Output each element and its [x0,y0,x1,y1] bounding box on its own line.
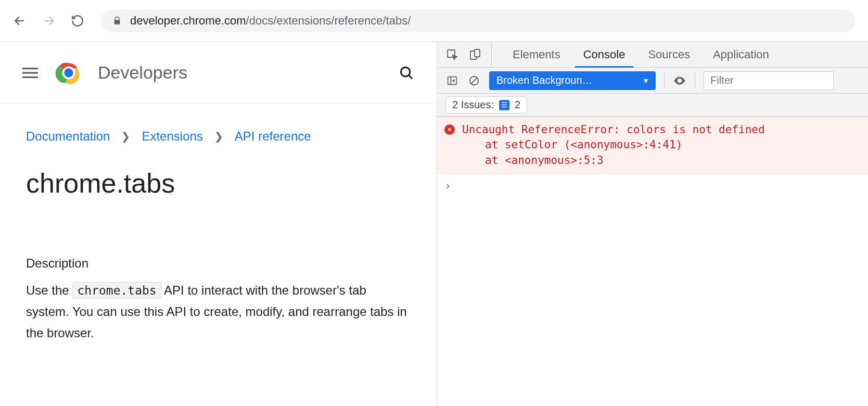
tab-application[interactable]: Application [701,42,781,67]
svg-point-4 [65,68,73,77]
tab-elements[interactable]: Elements [501,42,572,67]
clear-console-icon[interactable] [467,74,481,87]
site-title: Developers [98,62,187,83]
svg-rect-9 [475,49,480,57]
description-heading: Description [26,256,411,271]
eye-icon[interactable] [673,74,686,87]
chevron-right-icon: ❯ [121,130,130,143]
issues-label: 2 Issues: [452,99,494,111]
search-button[interactable] [397,64,416,82]
chevron-right-icon: ❯ [214,130,223,143]
devtools-panel: Elements Console Sources Application Bro… [437,42,868,406]
issues-pill[interactable]: 2 Issues: ☰ 2 [445,96,527,113]
issues-count: 2 [515,99,520,111]
inspect-element-icon[interactable] [445,48,459,61]
svg-rect-1 [22,72,38,73]
page-title: chrome.tabs [26,168,411,199]
svg-rect-0 [22,68,38,69]
console-toolbar: Broken Backgroun… ▼ [437,68,868,94]
lock-icon [112,16,122,26]
address-bar[interactable]: developer.chrome.com/docs/extensions/ref… [101,9,856,32]
device-toolbar-icon[interactable] [468,48,482,61]
error-line: at setColor (<anonymous>:4:41) [462,137,765,153]
svg-point-6 [401,67,410,77]
url-host: developer.chrome.com [130,14,246,27]
error-text: Uncaught ReferenceError: colors is not d… [462,122,765,168]
console-error-row[interactable]: ✕ Uncaught ReferenceError: colors is not… [437,117,868,174]
tab-sources[interactable]: Sources [636,42,701,67]
breadcrumb-item[interactable]: API reference [235,129,311,144]
context-label: Broken Backgroun… [496,74,593,86]
issue-badge-icon: ☰ [499,100,509,110]
error-line: at <anonymous>:5:3 [462,153,765,168]
url-path: /docs/extensions/reference/tabs/ [246,14,411,27]
description-text: Use the chrome.tabs API to interact with… [26,280,411,344]
browser-toolbar: developer.chrome.com/docs/extensions/ref… [0,0,868,42]
page-content: Developers Documentation ❯ Extensions ❯ … [0,42,437,406]
console-sidebar-toggle-icon[interactable] [445,74,459,87]
nav-arrows [12,14,84,28]
chrome-logo-icon [54,58,83,87]
tab-console[interactable]: Console [572,42,637,67]
breadcrumb: Documentation ❯ Extensions ❯ API referen… [26,129,411,144]
console-output: ✕ Uncaught ReferenceError: colors is not… [437,117,868,406]
svg-rect-2 [22,76,38,78]
page-body: Documentation ❯ Extensions ❯ API referen… [0,104,437,364]
reload-button[interactable] [71,14,84,28]
divider [664,73,665,88]
url-text: developer.chrome.com/docs/extensions/ref… [130,14,411,28]
devtools-tabs: Elements Console Sources Application [437,42,868,68]
filter-input[interactable] [704,71,834,90]
back-button[interactable] [12,14,27,28]
live-expression-group [673,74,686,87]
desc-prefix: Use the [26,283,72,297]
devtools-tool-icons [445,42,492,67]
error-line: Uncaught ReferenceError: colors is not d… [462,123,765,136]
caret-down-icon: ▼ [642,77,649,85]
menu-button[interactable] [21,64,40,82]
code-inline: chrome.tabs [72,282,161,299]
forward-button[interactable] [42,14,56,28]
console-prompt[interactable]: › [437,174,868,197]
issues-bar: 2 Issues: ☰ 2 [437,94,868,117]
context-selector[interactable]: Broken Backgroun… ▼ [489,71,656,90]
divider [695,73,695,88]
site-header: Developers [0,42,437,104]
error-icon: ✕ [444,124,455,135]
breadcrumb-item[interactable]: Extensions [142,129,202,144]
breadcrumb-item[interactable]: Documentation [26,129,110,144]
